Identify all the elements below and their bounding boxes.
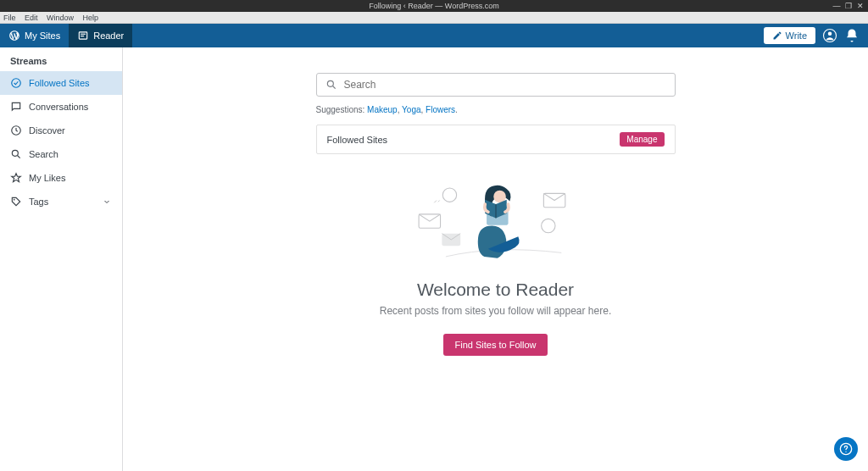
search-icon	[10, 148, 22, 160]
os-window-controls: — ❐ ✕	[832, 0, 865, 12]
help-icon	[839, 442, 853, 456]
sidebar: Streams Followed Sites Conversations Dis…	[0, 47, 123, 471]
edit-icon	[772, 30, 782, 41]
svg-point-10	[327, 80, 333, 86]
welcome-title: Welcome to Reader	[316, 280, 676, 300]
suggestion-link[interactable]: Makeup	[367, 105, 398, 114]
svg-line-11	[332, 86, 335, 89]
check-circle-icon	[10, 77, 22, 89]
compass-icon	[10, 125, 22, 136]
nav-my-sites-label: My Sites	[25, 30, 60, 41]
welcome-subtitle: Recent posts from sites you follow will …	[316, 305, 676, 317]
nav-my-sites[interactable]: My Sites	[0, 24, 69, 47]
svg-point-21	[845, 452, 846, 452]
close-icon[interactable]: ✕	[856, 0, 865, 12]
content-area: Suggestions: Makeup, Yoga, Flowers. Foll…	[123, 47, 868, 471]
sidebar-item-label: Followed Sites	[29, 78, 90, 88]
reader-illustration	[316, 171, 676, 273]
sidebar-item-my-likes[interactable]: My Likes	[0, 166, 122, 190]
avatar-icon[interactable]	[822, 28, 837, 43]
help-button[interactable]	[834, 437, 858, 461]
os-menubar: File Edit Window Help	[0, 12, 868, 24]
menu-edit[interactable]: Edit	[25, 14, 38, 22]
search-input[interactable]	[344, 79, 666, 91]
sidebar-item-followed-sites[interactable]: Followed Sites	[0, 71, 122, 95]
write-label: Write	[786, 30, 807, 41]
star-icon	[10, 172, 22, 184]
manage-button[interactable]: Manage	[620, 132, 664, 147]
chat-icon	[10, 101, 22, 113]
wp-topbar: My Sites Reader Write	[0, 24, 868, 47]
sidebar-item-conversations[interactable]: Conversations	[0, 95, 122, 119]
search-box[interactable]	[316, 73, 676, 97]
sidebar-item-label: Search	[29, 149, 58, 159]
svg-point-7	[12, 150, 18, 156]
tag-icon	[10, 196, 22, 208]
suggestions-row: Suggestions: Makeup, Yoga, Flowers.	[316, 105, 676, 114]
nav-reader[interactable]: Reader	[69, 24, 132, 47]
chevron-down-icon	[102, 197, 112, 207]
followed-sites-card: Followed Sites Manage	[316, 125, 676, 154]
svg-line-8	[18, 156, 20, 158]
maximize-icon[interactable]: ❐	[844, 0, 853, 12]
write-button[interactable]: Write	[764, 27, 815, 44]
find-sites-button[interactable]: Find Sites to Follow	[443, 334, 548, 356]
os-titlebar: Following ‹ Reader — WordPress.com — ❐ ✕	[0, 0, 868, 12]
menu-file[interactable]: File	[3, 14, 16, 22]
suggestion-link[interactable]: Yoga	[402, 105, 420, 114]
svg-point-5	[12, 79, 21, 88]
svg-point-9	[14, 199, 15, 201]
sidebar-item-label: Discover	[29, 125, 65, 136]
sidebar-item-tags[interactable]: Tags	[0, 190, 122, 213]
os-window-title: Following ‹ Reader — WordPress.com	[369, 2, 498, 10]
sidebar-item-label: Conversations	[29, 102, 88, 112]
reader-icon	[77, 30, 89, 42]
svg-point-16	[541, 219, 554, 232]
menu-window[interactable]: Window	[47, 14, 74, 22]
search-icon	[326, 79, 337, 91]
sidebar-item-label: Tags	[29, 197, 48, 207]
sidebar-item-discover[interactable]: Discover	[0, 119, 122, 142]
wordpress-icon	[8, 30, 20, 42]
svg-point-4	[828, 32, 832, 36]
menu-help[interactable]: Help	[83, 14, 99, 22]
sidebar-heading: Streams	[0, 47, 122, 71]
nav-reader-label: Reader	[93, 30, 124, 41]
sidebar-item-search[interactable]: Search	[0, 142, 122, 166]
suggestions-label: Suggestions:	[316, 105, 365, 114]
minimize-icon[interactable]: —	[832, 0, 841, 12]
bell-icon[interactable]	[844, 28, 860, 43]
suggestion-link[interactable]: Flowers	[426, 105, 455, 114]
svg-point-15	[442, 188, 456, 202]
sidebar-item-label: My Likes	[29, 173, 65, 183]
followed-card-title: Followed Sites	[327, 135, 388, 145]
